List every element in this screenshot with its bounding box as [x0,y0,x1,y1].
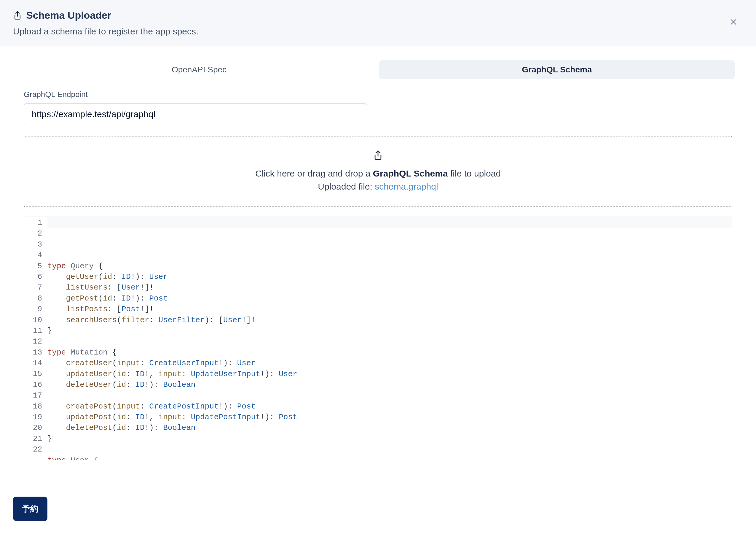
title-row: Schema Uploader [13,10,743,21]
uploaded-filename: schema.graphql [375,182,438,191]
dropzone-bold: GraphQL Schema [373,169,448,178]
code-content: type Query { getUser(id: ID!): User list… [47,261,732,460]
code-editor[interactable]: 12345678910111213141516171819202122 type… [24,216,732,460]
reserve-button[interactable]: 予約 [13,497,47,521]
code-area[interactable]: type Query { getUser(id: ID!): User list… [47,217,732,460]
endpoint-input[interactable] [24,103,367,125]
dropzone-uploaded: Uploaded file: schema.graphql [30,182,726,192]
uploaded-label: Uploaded file: [318,182,375,191]
tab-openapi[interactable]: OpenAPI Spec [21,60,377,79]
upload-icon [13,10,22,21]
tab-graphql[interactable]: GraphQL Schema [379,60,735,79]
dialog-subtitle: Upload a schema file to register the app… [13,26,743,37]
tabs: OpenAPI Spec GraphQL Schema [21,60,735,79]
close-button[interactable] [726,15,741,29]
endpoint-field: GraphQL Endpoint [24,90,732,125]
dropzone-instruction: Click here or drag and drop a GraphQL Sc… [30,169,726,179]
dialog-title: Schema Uploader [26,10,111,21]
endpoint-label: GraphQL Endpoint [24,90,732,99]
line-gutter: 12345678910111213141516171819202122 [24,217,47,460]
dialog-header: Schema Uploader Upload a schema file to … [0,0,756,46]
active-line-highlight [47,217,732,228]
upload-icon [373,150,383,161]
dropzone-suffix: file to upload [448,169,501,178]
dropzone-prefix: Click here or drag and drop a [255,169,373,178]
dialog-content: OpenAPI Spec GraphQL Schema GraphQL Endp… [0,46,756,460]
file-dropzone[interactable]: Click here or drag and drop a GraphQL Sc… [24,136,732,207]
